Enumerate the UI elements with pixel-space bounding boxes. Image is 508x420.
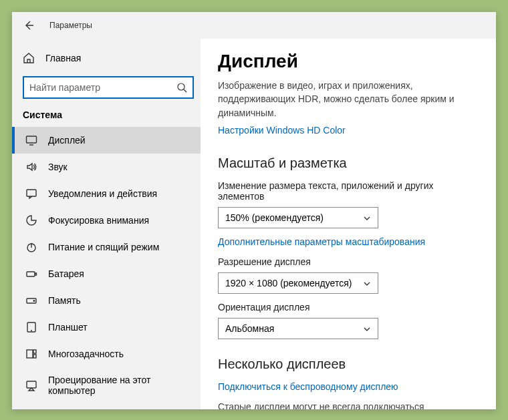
scale-select-value: 150% (рекомендуется) [225, 212, 324, 223]
battery-icon [25, 268, 37, 280]
sidebar-item-label: Батарея [48, 268, 84, 279]
search-wrap [12, 69, 201, 107]
sidebar-item-multitask[interactable]: Многозадачность [12, 341, 201, 367]
sidebar-item-storage[interactable]: Память [12, 287, 201, 314]
chevron-down-icon [363, 325, 371, 333]
arrow-left-icon [23, 20, 34, 31]
resolution-select-value: 1920 × 1080 (рекомендуется) [225, 278, 352, 288]
sidebar-item-label: Питание и спящий режим [48, 242, 159, 252]
svg-rect-5 [35, 273, 37, 275]
orientation-select[interactable]: Альбомная [218, 318, 378, 339]
sidebar-item-label: Фокусировка внимания [48, 215, 149, 226]
page-title: Дисплей [218, 51, 479, 72]
sidebar-item-sound[interactable]: Звук [12, 154, 201, 180]
scale-select[interactable]: 150% (рекомендуется) [218, 207, 378, 228]
wireless-display-link[interactable]: Подключиться к беспроводному дисплею [218, 381, 398, 392]
sidebar-item-label: Многозадачность [48, 349, 124, 359]
svg-rect-10 [33, 350, 36, 353]
multi-display-heading: Несколько дисплеев [218, 357, 479, 372]
resolution-select[interactable]: 1920 × 1080 (рекомендуется) [218, 272, 378, 294]
titlebar: Параметры [12, 12, 496, 39]
nav-list: Дисплей Звук Уведомления и действия Фоку… [12, 127, 201, 409]
sidebar-item-label: Звук [48, 162, 68, 172]
sidebar-item-label: Проецирование на этот компьютер [48, 375, 190, 396]
svg-rect-12 [27, 381, 36, 388]
search-input[interactable] [29, 82, 176, 93]
search-icon [176, 82, 187, 93]
sidebar-item-label: Дисплей [48, 135, 86, 146]
search-box[interactable] [23, 76, 194, 99]
sidebar-item-label: Память [48, 295, 81, 306]
scale-heading: Масштаб и разметка [218, 156, 479, 171]
sidebar-item-display[interactable]: Дисплей [12, 127, 201, 154]
display-icon [25, 134, 37, 146]
sidebar: Главная Система Дисплей Звук [12, 39, 201, 409]
notifications-icon [25, 188, 37, 200]
sidebar-item-projecting[interactable]: Проецирование на этот компьютер [12, 367, 201, 403]
projecting-icon [25, 379, 37, 391]
chevron-down-icon [363, 214, 371, 222]
hd-color-link[interactable]: Настройки Windows HD Color [218, 125, 346, 136]
advanced-scaling-link[interactable]: Дополнительные параметры масштабирования [218, 236, 425, 247]
hdr-description: Изображение в видео, играх и приложениях… [218, 79, 479, 120]
power-icon [25, 241, 37, 253]
sidebar-item-label: Уведомления и действия [48, 188, 157, 199]
multitask-icon [25, 348, 37, 360]
orientation-label: Ориентация дисплея [218, 302, 479, 312]
focus-icon [25, 214, 37, 226]
orientation-select-value: Альбомная [225, 323, 274, 334]
chevron-down-icon [363, 279, 371, 287]
multi-display-description: Старые дисплеи могут не всегда подключат… [218, 400, 479, 409]
tablet-icon [25, 321, 37, 333]
sidebar-item-power[interactable]: Питание и спящий режим [12, 234, 201, 260]
content-area: Главная Система Дисплей Звук [12, 39, 496, 409]
svg-point-7 [33, 300, 35, 302]
sidebar-home[interactable]: Главная [12, 47, 201, 69]
storage-icon [25, 294, 37, 306]
svg-rect-2 [27, 190, 36, 196]
home-icon [23, 52, 35, 64]
sound-icon [25, 161, 37, 173]
svg-rect-1 [27, 136, 37, 143]
svg-point-0 [178, 83, 184, 90]
svg-rect-11 [33, 355, 36, 358]
back-button[interactable] [21, 18, 36, 33]
svg-rect-4 [27, 272, 35, 276]
scale-label: Изменение размера текста, приложений и д… [218, 180, 479, 202]
titlebar-title: Параметры [49, 21, 92, 30]
resolution-label: Разрешение дисплея [218, 256, 479, 267]
sidebar-item-notifications[interactable]: Уведомления и действия [12, 180, 201, 207]
sidebar-item-focus[interactable]: Фокусировка внимания [12, 207, 201, 234]
svg-rect-9 [27, 350, 33, 358]
sidebar-home-label: Главная [45, 53, 81, 63]
sidebar-item-tablet[interactable]: Планшет [12, 314, 201, 341]
sidebar-item-label: Планшет [48, 322, 88, 333]
main-panel: Дисплей Изображение в видео, играх и при… [201, 39, 496, 409]
sidebar-item-battery[interactable]: Батарея [12, 260, 201, 287]
sidebar-section-title: Система [12, 107, 201, 127]
settings-window: Параметры Главная Система [12, 12, 496, 409]
